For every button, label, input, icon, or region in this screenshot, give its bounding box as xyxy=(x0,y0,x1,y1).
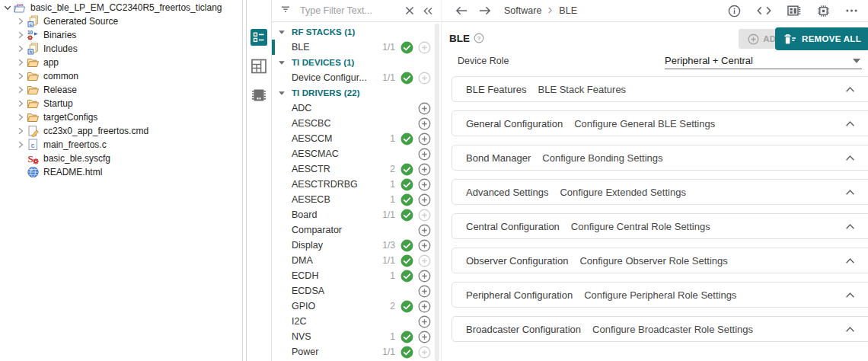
add-component-button[interactable] xyxy=(418,209,431,222)
add-component-button[interactable] xyxy=(418,41,431,54)
back-icon[interactable] xyxy=(455,5,468,16)
syscfg-file-icon: S xyxy=(27,152,40,165)
tree-item[interactable]: Release xyxy=(0,83,242,97)
expander[interactable] xyxy=(14,45,27,53)
add-component-button[interactable] xyxy=(418,285,431,298)
add-component-button[interactable] xyxy=(418,346,431,359)
component-row[interactable]: DMA1/1 xyxy=(272,253,440,268)
info-icon[interactable] xyxy=(728,5,741,18)
rail-software-view[interactable] xyxy=(251,29,267,46)
expander[interactable] xyxy=(14,31,27,39)
rail-device-view[interactable] xyxy=(251,87,267,104)
add-component-button[interactable] xyxy=(418,270,431,283)
help-icon[interactable]: ? xyxy=(474,33,484,43)
scrollbar[interactable] xyxy=(435,24,439,361)
expander[interactable] xyxy=(14,18,27,25)
section-header[interactable]: Observer ConfigurationConfigure Observer… xyxy=(452,248,868,273)
forward-icon[interactable] xyxy=(479,5,491,16)
tree-item[interactable]: Startup xyxy=(0,97,242,110)
component-row[interactable]: NVS1 xyxy=(272,329,440,344)
code-icon[interactable] xyxy=(757,5,771,16)
tree-item[interactable]: README.html xyxy=(0,165,242,179)
add-component-button[interactable] xyxy=(418,239,431,252)
rail-board-view[interactable] xyxy=(251,58,267,75)
tree-item[interactable]: cGenerated Source xyxy=(0,14,242,28)
add-component-button[interactable] xyxy=(418,72,431,85)
section-header[interactable]: Central ConfigurationConfigure Central R… xyxy=(452,213,868,239)
add-component-button[interactable] xyxy=(418,254,431,267)
component-row[interactable]: BLE1/1 xyxy=(272,40,440,55)
section-header[interactable]: Bond ManagerConfigure Bonding Settings xyxy=(452,145,868,171)
breadcrumb-ble[interactable]: BLE xyxy=(559,5,577,16)
tree-item[interactable]: hIncludes xyxy=(0,42,242,56)
add-component-button[interactable] xyxy=(418,102,431,115)
component-group[interactable]: TI DEVICES (1) xyxy=(272,55,440,70)
component-row[interactable]: ECDSA xyxy=(272,283,440,299)
expander[interactable] xyxy=(14,100,27,107)
component-row[interactable]: AESCTR2 xyxy=(272,161,440,177)
component-row[interactable]: I2C xyxy=(272,314,440,329)
tree-item-label: README.html xyxy=(43,167,102,177)
tree-item[interactable]: 10Binaries xyxy=(0,28,242,42)
more-icon[interactable] xyxy=(846,9,857,12)
component-row[interactable]: AESCBC xyxy=(272,116,440,131)
add-component-button[interactable] xyxy=(418,133,431,145)
tree-item[interactable]: targetConfigs xyxy=(0,110,242,124)
breadcrumb-software[interactable]: Software xyxy=(504,5,541,16)
chevron-right-icon xyxy=(17,100,24,107)
add-component-button[interactable] xyxy=(418,331,431,343)
component-group[interactable]: TI DRIVERS (22) xyxy=(272,85,440,101)
component-row[interactable]: Comparator xyxy=(272,222,440,238)
filter-input[interactable] xyxy=(300,5,397,16)
collapse-panel-icon[interactable] xyxy=(423,7,432,15)
expander[interactable] xyxy=(14,141,27,149)
tree-item[interactable]: common xyxy=(0,69,242,83)
section-header[interactable]: Broadcaster ConfigurationConfigure Broad… xyxy=(452,316,868,342)
tree-item[interactable]: cc23x0_app_freertos.cmd xyxy=(0,124,242,138)
check-icon xyxy=(400,239,413,252)
component-row[interactable]: Power1/1 xyxy=(272,344,440,359)
component-row[interactable]: AESCCM1 xyxy=(272,131,440,146)
expander[interactable] xyxy=(14,72,27,80)
tree-item[interactable]: cmain_freertos.c xyxy=(0,138,242,152)
add-component-button[interactable] xyxy=(418,193,431,206)
tree-item[interactable]: app xyxy=(0,56,242,69)
component-row[interactable]: Display1/3 xyxy=(272,238,440,253)
component-row[interactable]: ADC xyxy=(272,101,440,116)
chip-icon[interactable] xyxy=(817,5,830,18)
add-component-button[interactable] xyxy=(418,178,431,191)
component-row[interactable]: Device Configur...1/1 xyxy=(272,70,440,85)
device-role-select[interactable]: Peripheral + Central xyxy=(665,53,862,69)
component-row[interactable]: GPIO2 xyxy=(272,299,440,314)
tree-item[interactable]: ccsbasic_ble_LP_EM_CC2340R5_freertos_tic… xyxy=(0,1,242,14)
expander[interactable] xyxy=(14,86,27,94)
component-group[interactable]: RF STACKS (1) xyxy=(272,24,440,40)
add-component-button[interactable] xyxy=(418,117,431,130)
component-row[interactable]: Board1/1 xyxy=(272,207,440,222)
add-component-button[interactable] xyxy=(418,300,431,313)
device-role-value: Peripheral + Central xyxy=(665,55,753,66)
board-icon[interactable] xyxy=(787,5,801,17)
component-row[interactable]: AESCTRDRBG1 xyxy=(272,177,440,192)
tree-item[interactable]: Sbasic_ble.syscfg xyxy=(0,152,242,165)
component-row[interactable]: AESECB1 xyxy=(272,192,440,207)
section-header[interactable]: BLE FeaturesBLE Stack Features xyxy=(452,76,868,102)
component-row[interactable]: AESCMAC xyxy=(272,146,440,161)
check-icon xyxy=(400,270,413,283)
expander[interactable] xyxy=(14,113,27,121)
expander[interactable] xyxy=(2,4,14,11)
add-component-button[interactable] xyxy=(418,163,431,176)
add-component-button[interactable] xyxy=(418,148,431,161)
add-component-button[interactable] xyxy=(418,224,431,237)
add-component-button[interactable] xyxy=(418,315,431,328)
binaries-icon: 10 xyxy=(27,29,40,41)
component-row[interactable]: ECDH1 xyxy=(272,268,440,283)
section-header[interactable]: Advanced SettingsConfigure Extended Sett… xyxy=(452,179,868,205)
section-header[interactable]: Peripheral ConfigurationConfigure Periph… xyxy=(452,282,868,308)
section-header[interactable]: General ConfigurationConfigure General B… xyxy=(452,110,868,136)
expander[interactable] xyxy=(14,127,27,135)
remove-all-button[interactable]: REMOVE ALL xyxy=(775,27,868,50)
clear-filter-icon[interactable] xyxy=(405,6,414,15)
expander[interactable] xyxy=(14,59,27,66)
project-explorer: ccsbasic_ble_LP_EM_CC2340R5_freertos_tic… xyxy=(0,0,242,361)
